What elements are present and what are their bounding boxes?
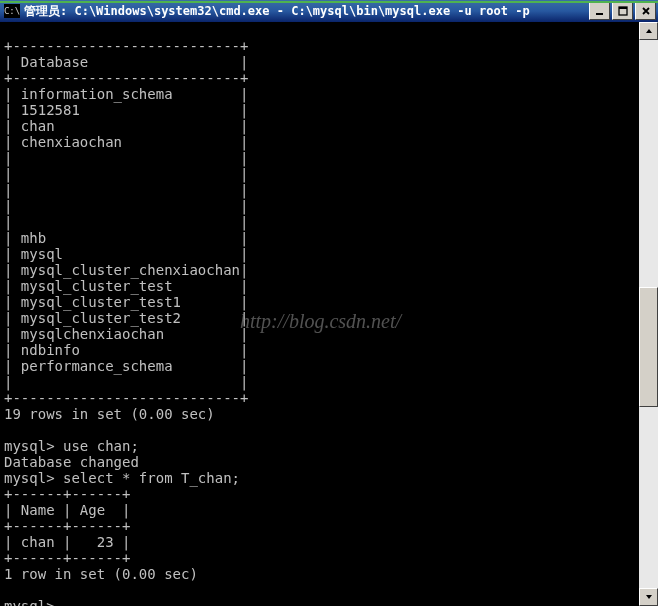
db-table-border: +---------------------------+ [4, 38, 248, 54]
window-title: 管理员: C:\Windows\system32\cmd.exe - C:\my… [24, 3, 530, 20]
mysql-prompt-select: mysql> select * from T_chan; [4, 470, 240, 486]
scrollbar-track[interactable] [639, 40, 658, 588]
tchan-row: | chan | 23 | [4, 534, 130, 550]
db-table-border: +---------------------------+ [4, 70, 248, 86]
minimize-button[interactable] [589, 2, 610, 20]
mysql-prompt-use: mysql> use chan; [4, 438, 139, 454]
window-titlebar: C:\ 管理员: C:\Windows\system32\cmd.exe - C… [0, 0, 658, 22]
vertical-scrollbar[interactable] [639, 22, 658, 606]
maximize-button[interactable] [612, 2, 633, 20]
window-top-border [0, 1, 658, 3]
db-changed-msg: Database changed [4, 454, 139, 470]
tchan-result: 1 row in set (0.00 sec) [4, 566, 198, 582]
db-result-count: 19 rows in set (0.00 sec) [4, 406, 215, 422]
tchan-border: +------+------+ [4, 486, 130, 502]
svg-rect-0 [596, 13, 603, 15]
db-table-border: +---------------------------+ [4, 390, 248, 406]
db-table-header: | Database | [4, 54, 248, 70]
tchan-border: +------+------+ [4, 550, 130, 566]
mysql-prompt-cursor[interactable]: mysql> [4, 598, 71, 606]
close-button[interactable] [635, 2, 656, 20]
tchan-header: | Name | Age | [4, 502, 130, 518]
scrollbar-thumb[interactable] [639, 287, 658, 407]
scrollbar-up-button[interactable] [639, 22, 658, 40]
tchan-border: +------+------+ [4, 518, 130, 534]
cmd-icon: C:\ [4, 4, 20, 18]
terminal-output: +---------------------------+ | Database… [0, 22, 639, 606]
scrollbar-down-button[interactable] [639, 588, 658, 606]
window-controls [589, 2, 656, 20]
svg-rect-2 [619, 7, 627, 9]
db-table-rows: | information_schema | | 1512581 | | cha… [4, 86, 248, 390]
